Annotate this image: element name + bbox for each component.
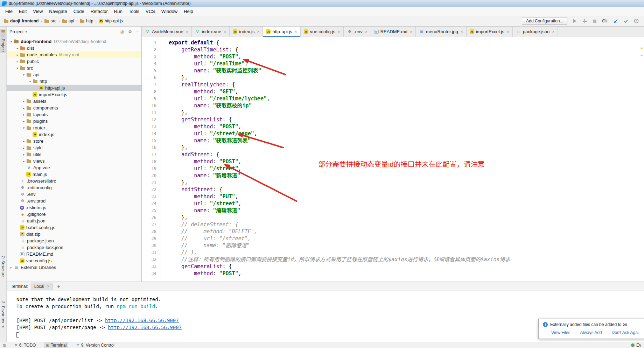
code-area[interactable]: export default { getRealTimeList: { meth…	[161, 37, 644, 282]
tree-item-package-lock-json[interactable]: {}package-lock.json	[7, 244, 141, 251]
tree-item-external-libraries[interactable]: ▸▤External Libraries	[7, 264, 141, 271]
tab-readme-md[interactable]: MREADME.md×	[371, 27, 416, 37]
stop-icon[interactable]	[592, 18, 598, 24]
breadcrumb-duoji-frontend[interactable]: duoji-frontend	[4, 19, 38, 24]
tree-item-router[interactable]: ▾router	[7, 125, 141, 131]
chevron-closed-icon[interactable]: ▸	[21, 146, 26, 150]
tree-item-main-js[interactable]: JSmain.js	[7, 171, 141, 178]
tree-item-importexcel-js[interactable]: JSimportExcel.js	[7, 91, 141, 98]
tree-item-src[interactable]: ▾src	[7, 65, 141, 71]
menu-help[interactable]: Help	[181, 7, 196, 16]
status-terminal[interactable]: ▣Terminal	[44, 342, 68, 348]
chevron-closed-icon[interactable]: ▸	[21, 100, 26, 103]
tree-item-duoji-frontend[interactable]: ▾duoji-frontendD:\zheheWeb\duoji-fronten…	[7, 38, 141, 45]
status-9-version-control[interactable]: ↱9: Version Control	[75, 342, 116, 348]
chevron-closed-icon[interactable]: ▸	[21, 113, 26, 116]
tab-http-api-js[interactable]: JShttp-api.js×	[263, 27, 300, 37]
chevron-closed-icon[interactable]: ▸	[15, 53, 20, 57]
menu-tools[interactable]: Tools	[126, 7, 142, 16]
menu-file[interactable]: File	[2, 7, 16, 16]
tree-item-dist[interactable]: ▸dist	[7, 45, 141, 51]
tree-item-layouts[interactable]: ▸layouts	[7, 111, 141, 118]
close-icon[interactable]: ×	[365, 29, 368, 34]
tree-item-assets[interactable]: ▸assets	[7, 98, 141, 105]
tree-item-http-api-js[interactable]: JShttp-api.js	[7, 85, 141, 91]
tree-item-vue-config-js[interactable]: JSvue.config.js	[7, 257, 141, 264]
event-log-button[interactable]: Ev	[631, 343, 641, 348]
editor[interactable]: 1234567891011121314151617181920212223242…	[142, 37, 644, 282]
tree-item-public[interactable]: ▸public	[7, 58, 141, 65]
close-icon[interactable]: ×	[461, 29, 463, 34]
close-icon[interactable]: ×	[186, 29, 188, 34]
tree-item-index-js[interactable]: JSindex.js	[7, 131, 141, 138]
tree-item-gitignore[interactable]: ◆.gitignore	[7, 211, 141, 218]
tree-item-components[interactable]: ▸components	[7, 105, 141, 111]
menu-vcs[interactable]: VCS	[142, 7, 158, 16]
chevron-down-icon[interactable]: ▾	[25, 30, 27, 34]
chevron-closed-icon[interactable]: ▸	[21, 120, 26, 123]
terminal-cursor[interactable]	[16, 332, 19, 338]
chevron-closed-icon[interactable]: ▸	[21, 140, 26, 143]
tree-item-babel-config-js[interactable]: JSbabel.config.js	[7, 224, 141, 231]
tree-item-readme-md[interactable]: MREADME.md	[7, 251, 141, 257]
tree-item-store[interactable]: ▸store	[7, 138, 141, 144]
chevron-open-icon[interactable]: ▾	[28, 80, 33, 83]
status-6-todo[interactable]: ≣6: TODO	[13, 342, 37, 348]
terminal-link[interactable]: http://192.168.66.56:9007	[105, 318, 179, 323]
history-icon[interactable]	[633, 18, 639, 24]
tree-item-node-modules[interactable]: ▸node_moduleslibrary root	[7, 51, 141, 58]
tree-item-app-vue[interactable]: VApp.vue	[7, 164, 141, 171]
close-icon[interactable]: ×	[47, 284, 49, 289]
menu-view[interactable]: View	[30, 7, 46, 16]
tree-item-utils[interactable]: ▸utils	[7, 151, 141, 158]
close-icon[interactable]: ×	[552, 29, 554, 34]
toolwindow-toggle-icon[interactable]: ▦	[3, 343, 6, 347]
chevron-open-icon[interactable]: ▾	[21, 126, 26, 130]
tree-item-editorconfig[interactable]: ⚙.editorconfig	[7, 184, 141, 191]
terminal-link[interactable]: http://192.168.66.56:9007	[108, 325, 182, 330]
tab-package-json[interactable]: {}package.json×	[513, 27, 558, 37]
close-icon[interactable]: ×	[224, 29, 226, 34]
tree-item-plugins[interactable]: ▸plugins	[7, 118, 141, 125]
stripe-favorites-button[interactable]: 2: Favorites ★	[0, 300, 6, 329]
menu-refactor[interactable]: Refactor	[88, 7, 111, 16]
menu-run[interactable]: Run	[111, 7, 126, 16]
tab-env[interactable]: ⚙.env×	[344, 27, 371, 37]
tree-item-package-json[interactable]: {}package.json	[7, 237, 141, 244]
menu-window[interactable]: Window	[158, 7, 181, 16]
chevron-closed-icon[interactable]: ▸	[21, 159, 26, 163]
tab-asidemenu-vue[interactable]: VAsideMenu.vue×	[142, 27, 192, 37]
close-icon[interactable]: ×	[295, 29, 297, 34]
chevron-open-icon[interactable]: ▾	[15, 66, 20, 70]
build-icon[interactable]	[582, 18, 588, 24]
project-panel-title[interactable]: Project	[9, 29, 23, 34]
tree-item-views[interactable]: ▸views	[7, 158, 141, 164]
tab-menurouter-jpg[interactable]: ▦menuRouter.jpg×	[416, 27, 467, 37]
locate-file-icon[interactable]: ◎	[120, 29, 124, 34]
tab-vue-config-js[interactable]: JSvue.config.js×	[301, 27, 344, 37]
terminal-tab-local[interactable]: Local×	[31, 283, 53, 290]
tab-index-js[interactable]: JSindex.js×	[230, 27, 263, 37]
tree-item-eslintrc-js[interactable]: e.eslintrc.js	[7, 204, 141, 211]
chevron-open-icon[interactable]: ▾	[9, 40, 14, 43]
tree-item-env[interactable]: ⚙.env	[7, 191, 141, 198]
stripe-project-button[interactable]: 1: Project	[0, 29, 6, 53]
add-terminal-icon[interactable]: +	[56, 284, 61, 289]
chevron-closed-icon[interactable]: ▸	[21, 106, 26, 110]
gear-icon[interactable]: ⚙	[128, 29, 132, 34]
tab-index-vue[interactable]: Vindex.vue×	[192, 27, 230, 37]
close-icon[interactable]: ×	[507, 29, 509, 34]
tree-item-browserslistrc[interactable]: ≡.browserslistrc	[7, 178, 141, 184]
run-icon[interactable]	[572, 18, 578, 24]
add-configuration-button[interactable]: Add Configuration...	[522, 17, 567, 25]
chevron-closed-icon[interactable]: ▸	[15, 60, 20, 63]
notification-action-don-t-ask-agai[interactable]: Don't Ask Agai	[612, 330, 639, 335]
git-commit-icon[interactable]	[623, 18, 629, 24]
tree-item-dist-zip[interactable]: Zdist.zip	[7, 231, 141, 237]
stripe-structure-button[interactable]: 7: Structure	[0, 255, 6, 279]
menu-navigate[interactable]: Navigate	[46, 7, 70, 16]
chevron-closed-icon[interactable]: ▸	[9, 266, 14, 269]
breadcrumb-src[interactable]: src	[44, 19, 56, 24]
breadcrumb-api[interactable]: api	[62, 19, 74, 24]
breadcrumb-http[interactable]: http	[79, 19, 93, 24]
